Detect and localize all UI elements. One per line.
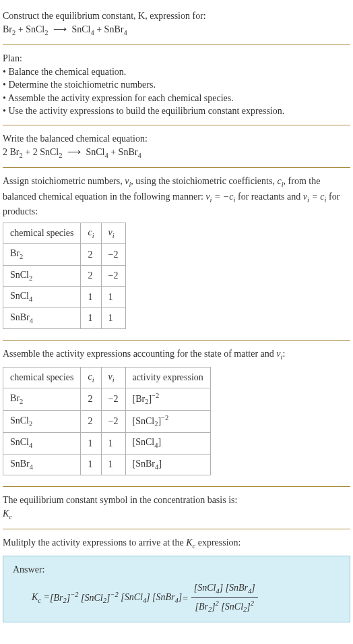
cell-nui: −2: [101, 265, 125, 286]
table-row: SnCl4 1 1 [SnCl4]: [3, 433, 211, 454]
cell-activity: [SnBr4]: [125, 454, 210, 475]
kc-symbol: Kc: [186, 537, 195, 548]
col-ci: ci: [81, 223, 101, 243]
cell-nui: 1: [101, 454, 125, 475]
eq-symbol-text: The equilibrium constant symbol in the c…: [3, 494, 350, 507]
cell-ci: 2: [81, 388, 101, 411]
table-row: SnCl2 2 −2 [SnCl2]−2: [3, 411, 211, 433]
prompt-header: Construct the equilibrium constant, K, e…: [3, 5, 350, 42]
balanced-section: Write the balanced chemical equation: 2 …: [3, 128, 350, 165]
plan-item: Balance the chemical equation.: [3, 65, 350, 79]
separator: [3, 486, 350, 487]
prompt-line1: Construct the equilibrium constant, K, e…: [3, 9, 350, 23]
species-sncl2: SnCl2: [26, 24, 48, 34]
cell-species: SnCl2: [3, 411, 81, 433]
assemble-section: Assemble the activity expressions accoun…: [3, 343, 350, 484]
table-row: Br2 2 −2: [3, 244, 126, 265]
species-snbr4: SnBr4: [119, 147, 141, 157]
cell-species: SnCl4: [3, 433, 81, 454]
table-header-row: chemical species ci νi: [3, 223, 126, 243]
cell-ci: 1: [81, 287, 101, 308]
col-ci: ci: [81, 367, 101, 388]
cell-nui: −2: [101, 244, 125, 265]
reaction-arrow-icon: ⟶: [67, 146, 81, 159]
species-sncl4: SnCl4: [86, 147, 108, 157]
table-row: SnBr4 1 1 [SnBr4]: [3, 454, 211, 475]
cell-species: Br2: [3, 244, 81, 265]
answer-label: Answer:: [13, 563, 340, 577]
unbalanced-equation: Br2 + SnCl2 ⟶ SnCl4 + SnBr4: [3, 23, 350, 38]
cell-nui: −2: [101, 388, 125, 411]
cell-ci: 1: [81, 433, 101, 454]
cell-nui: 1: [101, 433, 125, 454]
cell-ci: 2: [81, 244, 101, 265]
cell-species: SnBr4: [3, 454, 81, 475]
cell-ci: 1: [81, 308, 101, 328]
separator: [3, 125, 350, 125]
activity-table: chemical species ci νi activity expressi…: [3, 367, 211, 476]
kc-symbol: Kc: [3, 507, 350, 522]
table-row: SnCl4 1 1: [3, 287, 126, 308]
cell-activity: [SnCl2]−2: [125, 411, 210, 433]
reaction-arrow-icon: ⟶: [53, 23, 67, 36]
answer-box: Answer: Kc = [Br2]−2 [SnCl2]−2 [SnCl4] […: [3, 556, 350, 622]
fraction-bar: [191, 597, 258, 598]
assign-section: Assign stoichiometric numbers, νi, using…: [3, 171, 350, 337]
numerator: [SnCl4] [SnBr4]: [191, 581, 258, 596]
kc-expression: Kc = [Br2]−2 [SnCl2]−2 [SnCl4] [SnBr4] =…: [32, 581, 340, 615]
cell-species: SnCl2: [3, 265, 81, 286]
species-br2: Br2: [10, 147, 23, 157]
relation-reactants: νi = −ci: [205, 192, 235, 202]
separator: [3, 340, 350, 341]
plan-item: Use the activity expressions to build th…: [3, 105, 350, 118]
plan-section: Plan: Balance the chemical equation. Det…: [3, 48, 350, 122]
c-i: ci: [277, 176, 283, 186]
cell-nui: −2: [101, 411, 125, 433]
cell-ci: 1: [81, 454, 101, 475]
relation-products: νi = ci: [303, 192, 327, 202]
cell-ci: 2: [81, 411, 101, 433]
cell-species: SnCl4: [3, 287, 81, 308]
eq-symbol-section: The equilibrium constant symbol in the c…: [3, 490, 350, 526]
table-row: SnBr4 1 1: [3, 308, 126, 328]
col-species: chemical species: [3, 367, 81, 388]
species-snbr4: SnBr4: [104, 24, 127, 34]
multiply-section: Mulitply the activity expressions to arr…: [3, 532, 350, 626]
nu-i: νi: [125, 176, 131, 186]
table-row: SnCl2 2 −2: [3, 265, 126, 286]
cell-species: Br2: [3, 388, 81, 411]
table-row: Br2 2 −2 [Br2]−2: [3, 388, 211, 411]
separator: [3, 167, 350, 168]
col-activity: activity expression: [125, 367, 210, 388]
col-nui: νi: [101, 223, 125, 243]
cell-nui: 1: [101, 308, 125, 328]
plan-title: Plan:: [3, 52, 350, 65]
cell-activity: [Br2]−2: [125, 388, 210, 411]
plan-list: Balance the chemical equation. Determine…: [3, 65, 350, 118]
cell-ci: 2: [81, 265, 101, 286]
balanced-equation: 2 Br2 + 2 SnCl2 ⟶ SnCl4 + SnBr4: [3, 146, 350, 160]
table-header-row: chemical species ci νi activity expressi…: [3, 367, 211, 388]
balanced-title: Write the balanced chemical equation:: [3, 132, 350, 146]
col-species: chemical species: [3, 223, 81, 243]
fraction: [SnCl4] [SnBr4] [Br2]2 [SnCl2]2: [191, 581, 258, 615]
species-br2: Br2: [3, 24, 15, 34]
cell-nui: 1: [101, 287, 125, 308]
stoich-table: chemical species ci νi Br2 2 −2 SnCl2 2 …: [3, 223, 126, 329]
col-nui: νi: [101, 367, 125, 388]
denominator: [Br2]2 [SnCl2]2: [192, 599, 257, 615]
plan-item: Determine the stoichiometric numbers.: [3, 78, 350, 92]
species-sncl4: SnCl4: [71, 24, 94, 34]
separator: [3, 45, 350, 45]
plan-item: Assemble the activity expression for eac…: [3, 92, 350, 105]
cell-activity: [SnCl4]: [125, 433, 210, 454]
cell-species: SnBr4: [3, 308, 81, 328]
separator: [3, 529, 350, 529]
species-sncl2: SnCl2: [40, 147, 62, 157]
